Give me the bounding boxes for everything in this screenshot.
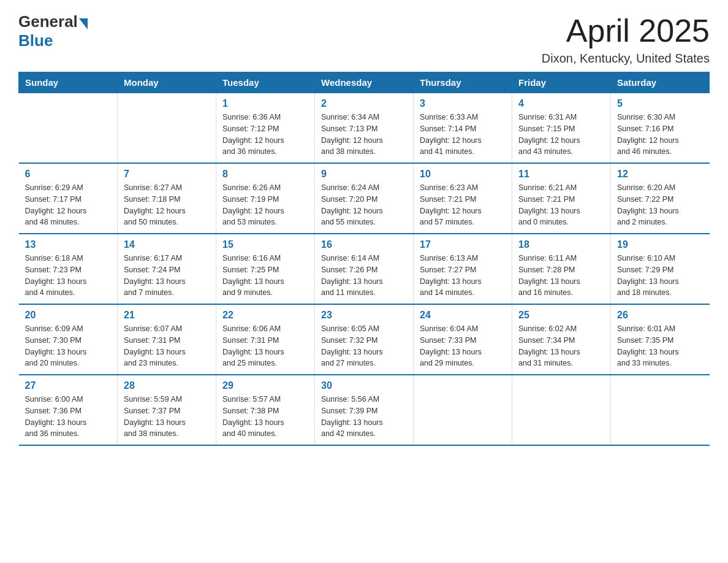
day-cell: 19Sunrise: 6:10 AMSunset: 7:29 PMDayligh… xyxy=(611,234,710,304)
day-cell: 27Sunrise: 6:00 AMSunset: 7:36 PMDayligh… xyxy=(19,375,118,445)
day-cell: 26Sunrise: 6:01 AMSunset: 7:35 PMDayligh… xyxy=(611,304,710,375)
logo-arrow-icon xyxy=(79,18,88,29)
day-info-text: Sunrise: 5:57 AMSunset: 7:38 PMDaylight:… xyxy=(222,394,308,440)
day-cell xyxy=(19,93,118,164)
day-cell: 12Sunrise: 6:20 AMSunset: 7:22 PMDayligh… xyxy=(611,163,710,234)
day-cell: 15Sunrise: 6:16 AMSunset: 7:25 PMDayligh… xyxy=(216,234,315,304)
day-info-text: Sunrise: 6:20 AMSunset: 7:22 PMDaylight:… xyxy=(617,182,703,228)
week-row-3: 13Sunrise: 6:18 AMSunset: 7:23 PMDayligh… xyxy=(19,234,710,304)
day-number: 14 xyxy=(124,239,210,250)
day-info-text: Sunrise: 6:26 AMSunset: 7:19 PMDaylight:… xyxy=(222,182,308,228)
day-number: 1 xyxy=(222,98,308,109)
day-number: 6 xyxy=(25,169,112,180)
week-row-2: 6Sunrise: 6:29 AMSunset: 7:17 PMDaylight… xyxy=(19,163,710,234)
day-info-text: Sunrise: 6:01 AMSunset: 7:35 PMDaylight:… xyxy=(617,323,703,369)
day-header-saturday: Saturday xyxy=(611,72,710,93)
day-cell: 14Sunrise: 6:17 AMSunset: 7:24 PMDayligh… xyxy=(118,234,216,304)
day-info-text: Sunrise: 6:29 AMSunset: 7:17 PMDaylight:… xyxy=(25,182,112,228)
logo: General Blue xyxy=(18,12,88,50)
day-number: 4 xyxy=(518,98,604,109)
day-cell: 8Sunrise: 6:26 AMSunset: 7:19 PMDaylight… xyxy=(216,163,315,234)
day-cell: 30Sunrise: 5:56 AMSunset: 7:39 PMDayligh… xyxy=(315,375,414,445)
calendar-table: SundayMondayTuesdayWednesdayThursdayFrid… xyxy=(18,72,710,446)
header-row: SundayMondayTuesdayWednesdayThursdayFrid… xyxy=(19,72,710,93)
day-cell: 22Sunrise: 6:06 AMSunset: 7:31 PMDayligh… xyxy=(216,304,315,375)
day-cell: 7Sunrise: 6:27 AMSunset: 7:18 PMDaylight… xyxy=(118,163,216,234)
day-cell: 17Sunrise: 6:13 AMSunset: 7:27 PMDayligh… xyxy=(414,234,512,304)
day-number: 23 xyxy=(321,310,407,321)
day-header-friday: Friday xyxy=(512,72,611,93)
day-info-text: Sunrise: 6:34 AMSunset: 7:13 PMDaylight:… xyxy=(321,112,407,158)
day-cell: 10Sunrise: 6:23 AMSunset: 7:21 PMDayligh… xyxy=(414,163,512,234)
day-info-text: Sunrise: 5:56 AMSunset: 7:39 PMDaylight:… xyxy=(321,394,407,440)
day-cell: 23Sunrise: 6:05 AMSunset: 7:32 PMDayligh… xyxy=(315,304,414,375)
day-info-text: Sunrise: 6:17 AMSunset: 7:24 PMDaylight:… xyxy=(124,253,210,299)
day-number: 20 xyxy=(25,310,112,321)
day-number: 3 xyxy=(420,98,506,109)
day-number: 10 xyxy=(420,169,506,180)
day-cell: 29Sunrise: 5:57 AMSunset: 7:38 PMDayligh… xyxy=(216,375,315,445)
day-number: 13 xyxy=(25,239,112,250)
day-info-text: Sunrise: 5:59 AMSunset: 7:37 PMDaylight:… xyxy=(124,394,210,440)
day-number: 15 xyxy=(222,239,308,250)
day-cell: 21Sunrise: 6:07 AMSunset: 7:31 PMDayligh… xyxy=(118,304,216,375)
day-cell: 20Sunrise: 6:09 AMSunset: 7:30 PMDayligh… xyxy=(19,304,118,375)
day-cell xyxy=(611,375,710,445)
day-cell: 24Sunrise: 6:04 AMSunset: 7:33 PMDayligh… xyxy=(414,304,512,375)
week-row-5: 27Sunrise: 6:00 AMSunset: 7:36 PMDayligh… xyxy=(19,375,710,445)
day-info-text: Sunrise: 6:23 AMSunset: 7:21 PMDaylight:… xyxy=(420,182,506,228)
day-number: 22 xyxy=(222,310,308,321)
day-header-thursday: Thursday xyxy=(414,72,512,93)
logo-blue-text: Blue xyxy=(18,31,53,50)
day-number: 21 xyxy=(124,310,210,321)
day-cell: 18Sunrise: 6:11 AMSunset: 7:28 PMDayligh… xyxy=(512,234,611,304)
day-cell: 25Sunrise: 6:02 AMSunset: 7:34 PMDayligh… xyxy=(512,304,611,375)
day-header-sunday: Sunday xyxy=(19,72,118,93)
day-cell: 1Sunrise: 6:36 AMSunset: 7:12 PMDaylight… xyxy=(216,93,315,164)
page-header: General Blue April 2025 Dixon, Kentucky,… xyxy=(18,12,710,66)
day-cell: 6Sunrise: 6:29 AMSunset: 7:17 PMDaylight… xyxy=(19,163,118,234)
day-cell: 11Sunrise: 6:21 AMSunset: 7:21 PMDayligh… xyxy=(512,163,611,234)
location-subtitle: Dixon, Kentucky, United States xyxy=(542,52,710,66)
day-number: 18 xyxy=(518,239,604,250)
calendar-header: SundayMondayTuesdayWednesdayThursdayFrid… xyxy=(19,72,710,93)
day-cell: 2Sunrise: 6:34 AMSunset: 7:13 PMDaylight… xyxy=(315,93,414,164)
logo-general-text: General xyxy=(18,12,78,31)
day-number: 17 xyxy=(420,239,506,250)
week-row-4: 20Sunrise: 6:09 AMSunset: 7:30 PMDayligh… xyxy=(19,304,710,375)
day-number: 29 xyxy=(222,380,308,391)
day-number: 24 xyxy=(420,310,506,321)
day-number: 9 xyxy=(321,169,407,180)
title-section: April 2025 Dixon, Kentucky, United State… xyxy=(542,12,710,66)
day-info-text: Sunrise: 6:14 AMSunset: 7:26 PMDaylight:… xyxy=(321,253,407,299)
day-info-text: Sunrise: 6:11 AMSunset: 7:28 PMDaylight:… xyxy=(518,253,604,299)
day-info-text: Sunrise: 6:30 AMSunset: 7:16 PMDaylight:… xyxy=(617,112,703,158)
day-number: 25 xyxy=(518,310,604,321)
day-info-text: Sunrise: 6:36 AMSunset: 7:12 PMDaylight:… xyxy=(222,112,308,158)
calendar-body: 1Sunrise: 6:36 AMSunset: 7:12 PMDaylight… xyxy=(19,93,710,446)
day-info-text: Sunrise: 6:00 AMSunset: 7:36 PMDaylight:… xyxy=(25,394,112,440)
day-cell xyxy=(512,375,611,445)
day-info-text: Sunrise: 6:13 AMSunset: 7:27 PMDaylight:… xyxy=(420,253,506,299)
day-cell: 16Sunrise: 6:14 AMSunset: 7:26 PMDayligh… xyxy=(315,234,414,304)
day-info-text: Sunrise: 6:09 AMSunset: 7:30 PMDaylight:… xyxy=(25,323,112,369)
day-number: 7 xyxy=(124,169,210,180)
day-info-text: Sunrise: 6:04 AMSunset: 7:33 PMDaylight:… xyxy=(420,323,506,369)
day-info-text: Sunrise: 6:33 AMSunset: 7:14 PMDaylight:… xyxy=(420,112,506,158)
day-cell xyxy=(118,93,216,164)
day-info-text: Sunrise: 6:07 AMSunset: 7:31 PMDaylight:… xyxy=(124,323,210,369)
week-row-1: 1Sunrise: 6:36 AMSunset: 7:12 PMDaylight… xyxy=(19,93,710,164)
day-number: 8 xyxy=(222,169,308,180)
day-number: 19 xyxy=(617,239,703,250)
day-header-wednesday: Wednesday xyxy=(315,72,414,93)
calendar-title: April 2025 xyxy=(542,12,710,49)
day-number: 28 xyxy=(124,380,210,391)
day-info-text: Sunrise: 6:05 AMSunset: 7:32 PMDaylight:… xyxy=(321,323,407,369)
day-number: 27 xyxy=(25,380,112,391)
day-header-tuesday: Tuesday xyxy=(216,72,315,93)
day-cell: 9Sunrise: 6:24 AMSunset: 7:20 PMDaylight… xyxy=(315,163,414,234)
day-cell xyxy=(414,375,512,445)
day-cell: 5Sunrise: 6:30 AMSunset: 7:16 PMDaylight… xyxy=(611,93,710,164)
day-info-text: Sunrise: 6:06 AMSunset: 7:31 PMDaylight:… xyxy=(222,323,308,369)
day-header-monday: Monday xyxy=(118,72,216,93)
